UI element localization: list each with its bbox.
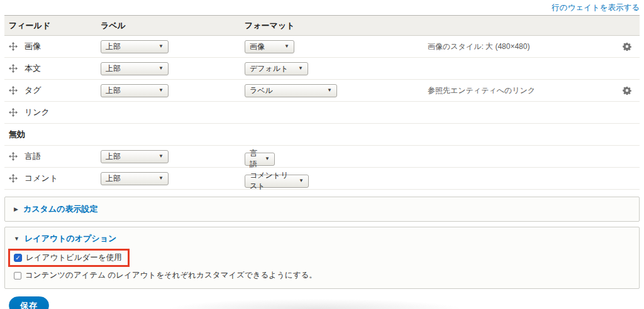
chevron-down-icon: ▼: [158, 66, 164, 71]
field-name: タグ: [25, 85, 42, 96]
checkmark-icon: ✓: [15, 255, 20, 261]
show-row-weights-link[interactable]: 行のウェイトを表示する: [552, 3, 640, 13]
fieldset-title: カスタムの表示設定: [23, 203, 98, 215]
custom-display-settings-fieldset: ▶ カスタムの表示設定: [4, 197, 640, 222]
chevron-down-icon: ▼: [158, 88, 164, 93]
disabled-section-label: 無効: [9, 129, 101, 140]
drag-handle-icon[interactable]: [9, 64, 18, 73]
chevron-down-icon: ▼: [158, 154, 164, 159]
format-summary: 参照先エンティティへのリンク: [428, 85, 614, 96]
checkbox-label: コンテンツのアイテム のレイアウトをそれぞれカスタマイズできるようにする。: [25, 270, 317, 281]
label-select[interactable]: 上部▼: [101, 62, 169, 75]
chevron-down-icon: ▼: [158, 44, 164, 49]
allow-custom-layout-option[interactable]: コンテンツのアイテム のレイアウトをそれぞれカスタマイズできるようにする。: [14, 270, 630, 281]
format-select[interactable]: コメントリスト▼: [245, 175, 309, 188]
chevron-down-icon: ▼: [299, 178, 304, 183]
format-summary: 画像のスタイル: 大 (480×480): [428, 41, 614, 52]
annotation-highlight-box: ✓ レイアウトビルダーを使用: [8, 249, 130, 267]
format-select[interactable]: デフォルト▼: [245, 62, 308, 75]
chevron-down-icon: ▼: [284, 44, 289, 49]
label-select[interactable]: 上部▼: [101, 40, 169, 53]
chevron-down-icon: ▼: [298, 66, 303, 71]
chevron-down-icon: ▼: [158, 176, 164, 181]
label-select[interactable]: 上部▼: [101, 172, 169, 185]
table-row-body: 本文 上部▼ デフォルト▼: [4, 58, 640, 80]
row-weights-toggle-row: 行のウェイトを表示する: [4, 0, 640, 15]
format-select[interactable]: 画像▼: [245, 40, 294, 53]
field-name: リンク: [25, 107, 50, 118]
drag-handle-icon[interactable]: [9, 152, 18, 161]
format-select[interactable]: 言語▼: [245, 153, 275, 166]
table-header-row: フィールド ラベル フォーマット: [4, 16, 640, 36]
layout-options-toggle[interactable]: ▼ レイアウトのオプション: [14, 233, 116, 244]
table-row-link: リンク: [4, 102, 640, 124]
manage-display-form: 行のウェイトを表示する フィールド ラベル フォーマット 画像 上部▼ 画像▼ …: [0, 0, 644, 309]
use-layout-builder-option[interactable]: ✓ レイアウトビルダーを使用: [14, 252, 122, 263]
collapsed-arrow-icon: ▶: [14, 207, 18, 212]
expanded-arrow-icon: ▼: [14, 236, 19, 242]
field-name: 本文: [25, 63, 41, 74]
chevron-down-icon: ▼: [265, 156, 270, 161]
field-name: コメント: [25, 173, 58, 184]
checkbox-unchecked[interactable]: [14, 272, 21, 279]
chevron-down-icon: ▼: [327, 88, 332, 93]
table-row-comment: コメント 上部▼ コメントリスト▼: [4, 168, 640, 190]
field-name: 言語: [25, 151, 41, 162]
drag-handle-icon[interactable]: [9, 174, 18, 183]
drag-handle-icon[interactable]: [9, 108, 18, 117]
checkbox-label: レイアウトビルダーを使用: [26, 252, 122, 263]
table-row-language: 言語 上部▼ 言語▼: [4, 146, 640, 168]
fieldset-title: レイアウトのオプション: [25, 233, 116, 244]
settings-gear-icon[interactable]: [623, 86, 631, 95]
label-select[interactable]: 上部▼: [101, 84, 169, 97]
drag-handle-icon[interactable]: [9, 42, 18, 51]
table-section-disabled: 無効: [4, 124, 640, 146]
checkbox-checked[interactable]: ✓: [14, 254, 22, 262]
format-select[interactable]: ラベル▼: [245, 84, 337, 97]
column-header-format: フォーマット: [245, 20, 428, 31]
table-row-image: 画像 上部▼ 画像▼ 画像のスタイル: 大 (480×480): [4, 36, 640, 58]
column-header-field: フィールド: [9, 20, 101, 31]
field-display-table: フィールド ラベル フォーマット 画像 上部▼ 画像▼ 画像のスタイル: 大 (…: [4, 15, 640, 190]
custom-display-settings-toggle[interactable]: ▶ カスタムの表示設定: [14, 203, 97, 215]
layout-options-fieldset: ▼ レイアウトのオプション ✓ レイアウトビルダーを使用 コンテンツのアイテム …: [4, 227, 640, 289]
column-header-label: ラベル: [101, 20, 245, 31]
field-name: 画像: [25, 41, 41, 52]
label-select[interactable]: 上部▼: [101, 150, 169, 163]
settings-gear-icon[interactable]: [623, 42, 631, 51]
drag-handle-icon[interactable]: [9, 86, 18, 95]
table-row-tags: タグ 上部▼ ラベル▼ 参照先エンティティへのリンク: [4, 80, 640, 102]
save-button[interactable]: 保存: [9, 296, 49, 309]
